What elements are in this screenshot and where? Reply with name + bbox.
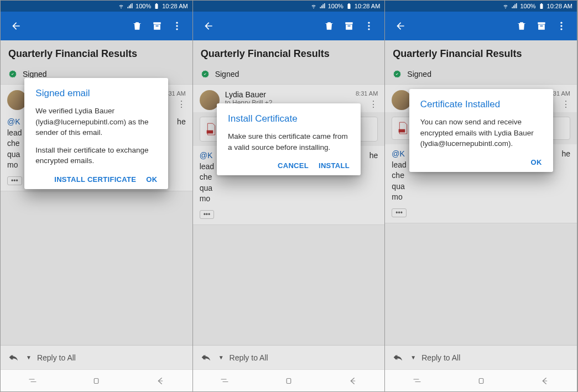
battery-text: 100% [136, 3, 151, 9]
android-nav [385, 369, 577, 391]
svg-point-6 [368, 28, 370, 30]
archive-icon [343, 20, 355, 32]
mention: @K [392, 149, 405, 158]
mention: @K [7, 117, 20, 126]
ok-button[interactable]: OK [146, 175, 157, 184]
signal-icon [127, 3, 133, 9]
svg-point-11 [560, 28, 562, 30]
overflow-button[interactable] [167, 16, 187, 36]
wifi-icon [502, 3, 509, 9]
install-certificate-button[interactable]: INSTALL CERTIFICATE [54, 175, 136, 184]
trash-icon [516, 20, 527, 32]
home-icon[interactable] [284, 376, 294, 386]
android-nav [193, 369, 385, 391]
dialog-body-1: We verified Lydia Bauer (lydia@lucernepu… [35, 106, 157, 138]
dropdown-caret-icon: ▼ [218, 354, 224, 360]
back-arrow-icon [395, 20, 406, 32]
reply-all-icon [201, 353, 213, 362]
app-bar [193, 12, 385, 40]
expand-row[interactable]: ••• [385, 205, 577, 223]
recents-icon[interactable] [412, 376, 422, 386]
svg-rect-7 [206, 130, 213, 133]
signal-icon [319, 3, 326, 9]
delete-button[interactable] [319, 16, 339, 36]
app-bar [1, 12, 192, 40]
archive-icon [536, 20, 547, 32]
dialog-certificate-installed: Certificate Installed You can now send a… [409, 89, 553, 172]
svg-point-10 [560, 25, 562, 27]
dialog-install-certificate: Install Certificate Make sure this certi… [217, 103, 361, 175]
screen-certificate-installed-dialog: 100% 10:28 AM Quarterly Financial Result… [385, 1, 577, 391]
reply-label: Reply to All [421, 353, 460, 362]
status-bar: 100% 10:28 AM [385, 1, 577, 12]
email-subject: Quarterly Financial Results [193, 40, 385, 65]
cancel-button[interactable]: CANCEL [278, 161, 309, 170]
app-bar [385, 12, 577, 40]
dropdown-caret-icon: ▼ [26, 354, 32, 360]
trash-icon [324, 20, 335, 32]
install-button[interactable]: INSTALL [319, 161, 350, 170]
mention: @K [200, 151, 213, 160]
svg-point-4 [368, 22, 370, 24]
reply-all-icon [8, 353, 20, 362]
more-vert-icon [556, 20, 567, 32]
trash-icon [132, 20, 143, 32]
back-button[interactable] [199, 16, 218, 36]
android-nav [1, 369, 192, 391]
delete-button[interactable] [512, 16, 532, 36]
back-button[interactable] [6, 16, 26, 36]
email-content: Quarterly Financial Results Signed Lydia… [193, 40, 385, 345]
back-arrow-icon [203, 20, 214, 32]
recents-icon[interactable] [220, 376, 230, 386]
message-time: 8:31 AM [356, 90, 378, 97]
svg-point-2 [176, 28, 178, 30]
svg-rect-12 [399, 129, 405, 133]
overflow-button[interactable] [359, 16, 379, 36]
archive-button[interactable] [147, 16, 167, 36]
more-vert-icon [363, 20, 374, 32]
svg-rect-3 [95, 378, 99, 383]
ok-button[interactable]: OK [531, 158, 542, 166]
signed-row[interactable]: Signed [193, 65, 385, 84]
battery-text: 100% [328, 3, 343, 9]
delete-button[interactable] [127, 16, 147, 36]
archive-button[interactable] [339, 16, 359, 36]
signed-row[interactable]: Signed [385, 65, 577, 84]
reply-bar[interactable]: ▼ Reply to All [1, 345, 192, 369]
overflow-button[interactable] [551, 16, 571, 36]
svg-point-5 [368, 25, 370, 27]
battery-icon [346, 3, 352, 9]
reply-label: Reply to All [230, 353, 268, 362]
svg-point-9 [560, 22, 562, 24]
home-icon[interactable] [91, 376, 101, 386]
battery-icon [538, 3, 545, 9]
back-icon[interactable] [348, 376, 358, 386]
email-content: Quarterly Financial Results Signed Lydia… [385, 40, 577, 345]
reply-bar[interactable]: ▼ Reply to All [385, 345, 577, 369]
archive-button[interactable] [532, 16, 551, 36]
dialog-signed-email: Signed email We verified Lydia Bauer (ly… [24, 78, 168, 189]
pdf-icon [398, 122, 409, 135]
svg-point-1 [176, 25, 178, 27]
recents-icon[interactable] [28, 376, 38, 386]
reply-bar[interactable]: ▼ Reply to All [193, 345, 385, 369]
verified-icon [393, 70, 402, 79]
dialog-title: Install Certificate [228, 113, 350, 124]
back-button[interactable] [390, 16, 410, 36]
reply-all-icon [393, 353, 405, 362]
screen-signed-email-dialog: 100% 10:28 AM Quarterly Financial Result… [1, 1, 193, 391]
signal-icon [511, 3, 518, 9]
email-subject: Quarterly Financial Results [385, 40, 577, 65]
home-icon[interactable] [476, 376, 486, 386]
expand-row[interactable]: ••• [193, 207, 385, 225]
svg-rect-8 [287, 378, 291, 383]
status-bar: 100% 10:28 AM [1, 1, 192, 12]
battery-text: 100% [520, 3, 535, 9]
battery-icon [153, 3, 160, 9]
back-icon[interactable] [540, 376, 550, 386]
svg-point-0 [176, 22, 178, 24]
dialog-body-2: Install their certificate to exchange en… [35, 145, 157, 166]
email-subject: Quarterly Financial Results [1, 40, 192, 65]
back-icon[interactable] [155, 376, 165, 386]
signed-label: Signed [407, 70, 431, 79]
